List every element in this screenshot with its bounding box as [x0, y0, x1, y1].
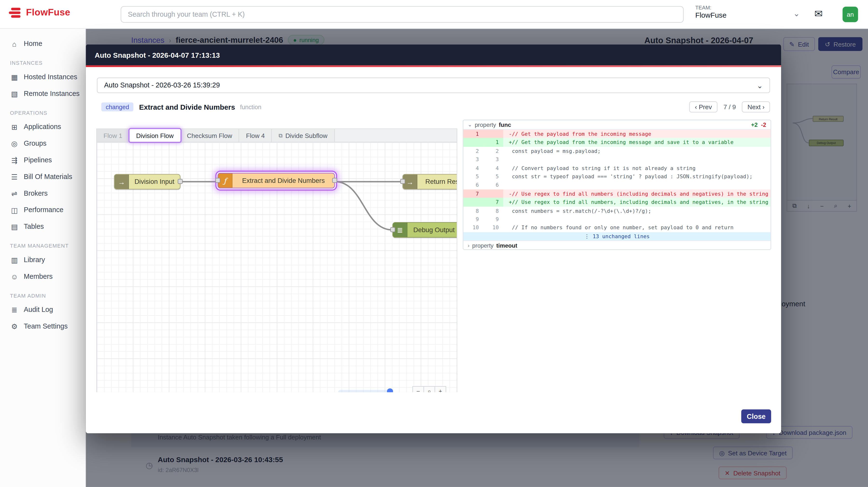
sidebar-item-tables[interactable]: ▤ Tables	[0, 219, 85, 235]
node-label: Extract and Divide Numbers	[232, 173, 334, 188]
diff-line: 7 +// Use regex to find all numbers, inc…	[463, 198, 771, 206]
sidebar-item-label: Remote Instances	[24, 90, 80, 97]
flow-node-division-input[interactable]: → Division Input	[114, 174, 180, 190]
next-change-button[interactable]: Next ›	[742, 102, 770, 113]
sidebar-item-groups[interactable]: ◎ Groups	[0, 135, 85, 152]
pipelines-icon: ⇶	[10, 156, 19, 164]
canvas-scrollbar[interactable]	[338, 390, 389, 392]
old-line-number: 8	[463, 206, 484, 215]
new-line-number: 6	[483, 181, 503, 189]
node-input-port[interactable]	[390, 227, 395, 232]
flow-tab-flow-1[interactable]: Flow 1	[97, 129, 129, 142]
zoom-in-button[interactable]: +	[434, 386, 446, 392]
flow-canvas[interactable]: − ⌕ + → Division Input ƒ Extract and Div…	[97, 142, 457, 392]
change-pager: ‹ Prev 7 / 9 Next ›	[689, 102, 770, 113]
node-label: Debug Output	[407, 223, 457, 237]
flowfuse-logo-icon	[9, 7, 22, 18]
node-label: Division Input	[129, 174, 180, 189]
flow-node-extract-and-divide-numbers[interactable]: ƒ Extract and Divide Numbers	[217, 173, 335, 189]
sidebar-item-pipelines[interactable]: ⇶ Pipelines	[0, 152, 85, 168]
old-line-number: 3	[463, 155, 484, 164]
snapshot-select[interactable]: Auto Snapshot - 2026-03-26 15:39:29 ⌄	[97, 78, 770, 93]
sidebar-item-remote-instances[interactable]: ▧ Remote Instances	[0, 85, 85, 102]
sidebar-item-bill-of-materials[interactable]: ☰ Bill Of Materials	[0, 168, 85, 185]
diff-line: 1 +// Get the payload from the incoming …	[463, 138, 771, 147]
new-line-number: 1	[483, 138, 503, 147]
snapshot-select-value: Auto Snapshot - 2026-03-26 15:39:29	[104, 81, 220, 89]
sidebar-item-members[interactable]: ☺ Members	[0, 268, 85, 285]
chevron-right-icon: ›	[468, 242, 469, 248]
sidebar-item-applications[interactable]: ⊞ Applications	[0, 119, 85, 135]
diff-expand-row[interactable]: ⋮ 13 unchanged lines	[463, 232, 771, 240]
bill-of-materials-icon: ☰	[10, 172, 19, 181]
diff-table: 1 -// Get the payload from the incoming …	[463, 130, 771, 240]
close-button[interactable]: Close	[741, 409, 771, 423]
avatar[interactable]: an	[843, 7, 858, 22]
property-name: timeout	[496, 242, 517, 249]
flow-tab-division-flow[interactable]: Division Flow	[129, 129, 180, 142]
dialog-title: Auto Snapshot - 2026-04-07 17:13:13	[95, 51, 220, 59]
sidebar-item-hosted-instances[interactable]: ▦ Hosted Instances	[0, 68, 85, 85]
sidebar-section-header: OPERATIONS	[0, 102, 85, 119]
flowfuse-logo[interactable]: FlowFuse	[9, 7, 70, 18]
diff-code	[503, 215, 771, 224]
team-settings-icon: ⚙	[10, 322, 19, 331]
node-output-port[interactable]	[178, 179, 183, 184]
node-input-port[interactable]	[215, 178, 220, 183]
node-label: Return Result	[417, 174, 457, 189]
sidebar-item-audit-log[interactable]: ≣ Audit Log	[0, 302, 85, 318]
flow-tab-label: Flow 4	[246, 132, 265, 139]
sidebar-item-brokers[interactable]: ⇌ Brokers	[0, 185, 85, 202]
old-line-number: 9	[463, 215, 484, 224]
flow-tab-checksum-flow[interactable]: Checksum Flow	[180, 129, 240, 142]
scroll-indicator[interactable]	[387, 389, 393, 392]
zoom-out-button[interactable]: −	[412, 386, 424, 392]
zoom-reset-button[interactable]: ⌕	[423, 386, 435, 392]
diff-property-header[interactable]: ⌄ property func +2 -2	[463, 120, 771, 130]
property-name: func	[499, 121, 511, 128]
new-line-number	[483, 130, 503, 138]
sidebar-item-label: Library	[24, 256, 45, 264]
sidebar-item-label: Applications	[24, 123, 61, 131]
flow-node-return-result[interactable]: → Return Result	[402, 174, 457, 190]
old-line-number	[463, 138, 484, 147]
sidebar-item-label: Pipelines	[24, 156, 52, 164]
diff-code: const numbers = str.match(/-?\d+(\.\d+)?…	[503, 206, 771, 215]
flow-node-debug-output[interactable]: ≣ Debug Output	[393, 222, 457, 238]
chevron-down-icon[interactable]: ⌄	[793, 9, 800, 18]
node-input-port[interactable]	[400, 179, 405, 184]
topbar: FlowFuse TEAM: FlowFuse ⌄ ✉ an	[0, 0, 868, 29]
diff-code: -// Get the payload from the incoming me…	[503, 130, 771, 138]
chevron-down-icon: ⌄	[757, 81, 763, 89]
flow-tab-flow-4[interactable]: Flow 4	[240, 129, 272, 142]
prev-change-button[interactable]: ‹ Prev	[689, 102, 717, 113]
flow-tab-label: Division Flow	[136, 132, 174, 139]
members-icon: ☺	[10, 272, 19, 281]
diff-code: // Convert payload to string if it is no…	[503, 164, 771, 172]
diff-code: -// Use regex to find all numbers (inclu…	[503, 190, 771, 198]
remote-instances-icon: ▧	[10, 89, 19, 97]
sidebar-item-label: Tables	[24, 223, 44, 230]
sidebar-item-home[interactable]: ⌂ Home	[0, 35, 85, 52]
flow-viewer: Flow 1 Division Flow Checksum Flow Flow …	[96, 128, 457, 392]
zoom-controls: − ⌕ +	[413, 386, 446, 392]
diff-code: const payload = msg.payload;	[503, 147, 771, 155]
added-count: +2	[751, 121, 757, 128]
flow-tabs: Flow 1 Division Flow Checksum Flow Flow …	[97, 129, 457, 142]
old-line-number: 10	[463, 224, 484, 232]
diff-property-timeout-header[interactable]: › property timeout	[463, 240, 771, 250]
sidebar-item-library[interactable]: ▥ Library	[0, 252, 85, 268]
diff-counts: +2 -2	[751, 121, 766, 128]
sidebar-item-performance[interactable]: ◫ Performance	[0, 202, 85, 219]
new-line-number: 5	[483, 172, 503, 181]
team-search-input[interactable]	[121, 6, 684, 23]
sidebar-item-team-settings[interactable]: ⚙ Team Settings	[0, 318, 85, 335]
new-line-number: 4	[483, 164, 503, 172]
team-switcher[interactable]: TEAM: FlowFuse	[695, 4, 726, 21]
old-line-number: 2	[463, 147, 484, 155]
flow-tab-label: Checksum Flow	[187, 132, 232, 139]
new-line-number: 7	[483, 198, 503, 206]
node-output-port[interactable]	[332, 178, 337, 183]
flow-tab-divide-subflow[interactable]: ⧉ Divide Subflow	[272, 129, 335, 142]
mail-icon[interactable]: ✉	[814, 8, 823, 20]
